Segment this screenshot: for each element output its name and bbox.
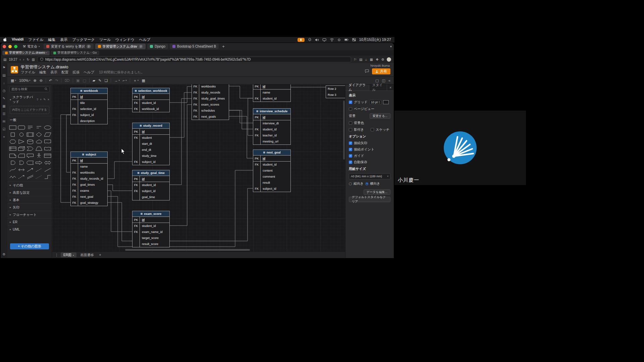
er-row[interactable]: FKstudy_records [192,89,229,96]
comments-icon[interactable] [365,69,369,74]
calendar-icon[interactable]: ▦ [2,104,5,108]
shape-arrow-line-icon[interactable] [26,166,35,173]
er-row[interactable]: interview_dt [253,120,290,126]
shape-section-2[interactable]: ▸基本 [7,196,52,203]
shape-tape-icon[interactable] [43,145,52,152]
option-checkbox-2[interactable] [349,154,352,158]
shape-double-arrow-block-icon[interactable] [43,159,52,166]
er-row[interactable]: PKid [132,176,169,182]
horizontal-scrollbar[interactable] [125,249,250,251]
er-row[interactable]: goal_time [132,194,169,200]
close-panel-icon[interactable]: × [387,84,394,90]
downloads-icon[interactable]: ↓ [3,81,5,85]
shape-bidirectional-arrow-icon[interactable] [17,166,26,173]
er-table-header[interactable]: ▦workbook [71,88,107,94]
shape-document-icon[interactable] [43,138,52,145]
menubar-item-1[interactable]: ファイル [28,37,43,42]
share-button[interactable]: 共有 [372,68,390,74]
drawio-menu-1[interactable]: 編集 [39,70,46,75]
page-tab-screenflow[interactable]: 画面遷移 [77,252,96,257]
diagram-canvas[interactable]: ▦workbookPKidtitleFKselection_idFKsubjec… [52,84,345,251]
page-view-checkbox[interactable] [349,107,352,111]
er-row[interactable]: Row 3 [326,92,345,98]
er-row[interactable]: FKschedules [192,108,229,114]
shape-section-5[interactable]: ▸ER [7,218,52,226]
shape-section-0[interactable]: ▸その他 [7,181,52,189]
er-row[interactable]: FKstudent_id [132,223,169,229]
shape-step-icon[interactable] [26,145,35,152]
change-background-button[interactable]: 変更する... [370,113,390,119]
er-row[interactable]: PKid [253,156,290,162]
shape-cube-icon[interactable] [17,145,26,152]
drawio-menu-4[interactable]: 拡張 [72,70,79,75]
er-table-subject[interactable]: ▦subjectPKidnameFKworkbooksFKstudy_recor… [70,152,108,206]
table-icon[interactable]: ▦ [142,78,145,83]
er-row[interactable]: study_time [132,153,169,159]
view-icon[interactable]: ▦▾ [11,78,16,83]
reader-icon[interactable]: ▤ [359,58,362,61]
sketch-checkbox[interactable] [371,128,374,131]
er-row[interactable]: result_score [132,241,169,247]
scratchpad-header[interactable]: ▾ スクラッチパッド ?+✎× [7,94,52,105]
er-table-study_record[interactable]: ▦study_recordPKidFKstudentstart_dtend_dt… [132,123,170,165]
shape-elbow-icon[interactable] [43,173,52,180]
er-row[interactable]: FKstudent_id [253,96,290,102]
control-center-icon[interactable] [352,38,356,42]
er-row[interactable]: FKselection_id [71,106,107,112]
shape-and-gate-icon[interactable] [8,159,17,166]
er-table-partial-10[interactable]: Row 2Row 3 [326,85,345,98]
browser-tab-0[interactable]: 変更する worry を選択2 [44,44,93,49]
grid-checkbox[interactable] [349,101,352,104]
edit-icon[interactable]: ✎ [43,98,46,101]
insert-icon[interactable]: ＋▾ [133,78,139,83]
extensions-icon[interactable]: ⚙ [381,58,384,61]
battery-icon[interactable] [344,38,349,42]
tab-style[interactable]: スタイル [369,84,387,90]
screen-recording-mic-icon[interactable] [298,38,305,42]
drawio-menu-2[interactable]: 表示 [50,70,57,75]
tiles-icon[interactable]: ▦ [370,58,373,61]
shield-icon[interactable]: ❖ [376,58,379,61]
browser-tab-2[interactable]: Django [147,44,168,49]
panels-toggle-icon[interactable]: ▤ [3,58,6,61]
tasks-icon[interactable]: ☑ [3,127,6,131]
shape-card-icon[interactable] [17,152,26,159]
er-table-header[interactable]: ▦subject [71,152,107,158]
er-row[interactable]: FKexams [71,188,107,194]
menubar-item-3[interactable]: 表示 [60,37,67,42]
more-shapes-button[interactable]: + その他の図形 [10,243,49,249]
reader-view-icon[interactable]: ▥ [32,58,35,61]
shape-section-3[interactable]: ▸矢印 [7,203,52,211]
shape-container-icon[interactable] [43,152,52,159]
format-panel-icon[interactable]: ◫ [382,78,385,83]
er-row[interactable]: PKid [253,114,290,120]
page-tab-er[interactable]: ER図 ▴ [61,252,76,257]
shape-search-input[interactable]: 図形を検索 [9,86,50,92]
er-row[interactable]: FKsubject_id [132,188,169,194]
tab-diagram[interactable]: ダイアグラム [345,84,369,90]
shape-hexagon-icon[interactable] [8,138,17,145]
drawio-menu-0[interactable]: ファイル [21,70,35,75]
er-table-interview_schedule[interactable]: ▦interview_schedulePKidinterview_dtFKstu… [253,108,291,145]
shape-section-1[interactable]: ▸高度な設定 [7,189,52,196]
shape-trapezoid-icon[interactable] [35,145,43,152]
er-row[interactable]: description [71,118,107,124]
shape-cloud-icon[interactable] [35,138,43,145]
er-row[interactable]: PKid [132,217,169,223]
fullscreen-icon[interactable]: ▢ [375,78,379,83]
er-row[interactable]: FKsubject_id [253,186,290,192]
shape-double-line-icon[interactable] [26,173,35,180]
er-row[interactable]: FKstudy_records_id [71,176,107,182]
edit-data-button[interactable]: データを編集... [364,189,390,195]
line-color-icon[interactable]: ✎ [98,78,101,83]
shape-section-4[interactable]: ▸フローチャート [7,211,52,218]
stepper-icons[interactable]: ▴▾ [379,101,380,104]
er-row[interactable]: result [253,180,290,186]
er-row[interactable]: FKnext_goals [192,114,229,120]
shape-rounded-rect-icon[interactable] [17,124,26,131]
er-row[interactable]: PKid [71,94,107,100]
shape-arrow-block-icon[interactable] [35,159,43,166]
shape-dashed-arrow-icon[interactable] [17,173,26,180]
scratchpad-dropzone[interactable]: 内容をここにドラッグする [10,106,49,114]
undo-icon[interactable]: ↶ [49,78,52,83]
